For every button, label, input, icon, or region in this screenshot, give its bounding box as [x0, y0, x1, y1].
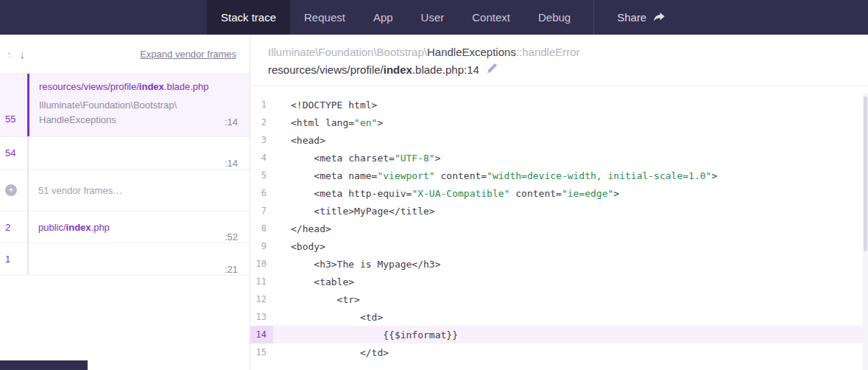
tab-request[interactable]: Request [290, 0, 359, 35]
line-content: </td> [273, 347, 389, 358]
open-in-editor-button[interactable] [487, 63, 498, 76]
frame-file-path: resources/views/profile/index.blade.php [39, 81, 238, 92]
frame-class-method: Illuminate\Foundation\Bootstrap\HandleEx… [268, 46, 850, 58]
line-number: 6 [250, 184, 273, 202]
frame-number: 2 [0, 212, 27, 242]
scrollbar-thumb[interactable] [864, 97, 867, 251]
code-line-11: 11 <table> [250, 273, 868, 290]
line-content: <head> [273, 135, 325, 146]
ignition-error-page: Stack trace Request App User Context Deb… [0, 0, 868, 370]
code-line-15: 15 </td> [250, 343, 868, 361]
code-scrollbar[interactable] [863, 94, 868, 370]
line-number: 5 [250, 167, 273, 184]
line-number: 8 [250, 220, 273, 237]
code-viewer-panel: Illuminate\Foundation\Bootstrap\HandleEx… [250, 35, 868, 370]
frame-number: 55 [0, 74, 27, 136]
line-content: <html lang="en"> [273, 117, 383, 128]
next-frame-arrow-icon[interactable]: ↓ [16, 48, 29, 60]
code-lines: 1<!DOCTYPE html>2<html lang="en">3<head>… [250, 86, 868, 370]
line-content: {{$informat}} [273, 329, 458, 341]
tab-app[interactable]: App [359, 0, 407, 35]
line-content: <meta charset="UTF-8"> [273, 153, 441, 164]
frame-number: 54 [0, 137, 27, 169]
frame-file-location: resources/views/profile/index.blade.php:… [268, 63, 850, 76]
frame-body: :14 [27, 137, 250, 169]
top-nav: Stack trace Request App User Context Deb… [0, 0, 868, 35]
line-number: 15 [250, 343, 273, 361]
share-label: Share [617, 11, 646, 24]
code-line-13: 13 <td> [250, 308, 868, 326]
file-path-text: resources/views/profile/index.blade.php:… [268, 63, 479, 76]
line-content: <title>MyPage</title> [273, 206, 435, 217]
code-line-7: 7 <title>MyPage</title> [250, 202, 868, 220]
frame-class-row: Illuminate\Foundation\Bootstrap\ HandleE… [39, 98, 238, 128]
line-number: 2 [250, 114, 273, 131]
frame-body: :21 [27, 243, 250, 275]
code-line-1: 1<!DOCTYPE html> [250, 96, 868, 114]
stack-frame-54[interactable]: 54 :14 [0, 137, 250, 170]
frame-details-header: Illuminate\Foundation\Bootstrap\HandleEx… [250, 35, 868, 86]
code-line-5: 5 <meta name="viewport" content="width=d… [250, 167, 868, 184]
code-line-12: 12 <tr> [250, 290, 868, 308]
line-content: <table> [273, 276, 354, 287]
line-content: <td> [273, 312, 383, 323]
line-content: <tr> [273, 294, 360, 305]
frame-line-ref: :52 [225, 231, 238, 242]
line-number: 1 [250, 96, 273, 114]
frame-class-name: Illuminate\Foundation\Bootstrap\ HandleE… [39, 98, 225, 128]
line-number: 3 [250, 131, 273, 149]
code-line-14: 14 {{$informat}} [250, 326, 868, 343]
line-number: 10 [250, 255, 273, 273]
line-content: <!DOCTYPE html> [273, 100, 377, 111]
expand-plus-icon[interactable]: + [5, 184, 17, 196]
frame-line-ref: :21 [225, 264, 238, 275]
frame-line-ref: :14 [225, 116, 238, 128]
stack-frame-55[interactable]: 55 resources/views/profile/index.blade.p… [0, 74, 250, 137]
line-content: <meta http-equiv="X-UA-Compatible" conte… [273, 188, 619, 199]
frame-body: resources/views/profile/index.blade.php … [27, 74, 250, 136]
code-line-8: 8</head> [250, 220, 868, 237]
code-line-2: 2<html lang="en"> [250, 114, 868, 131]
tab-context[interactable]: Context [458, 0, 524, 35]
vendor-frames-toggle[interactable]: + 51 vendor frames… [0, 170, 250, 212]
bottom-left-dark-strip [0, 360, 88, 370]
line-number: 13 [250, 308, 273, 326]
tab-user[interactable]: User [407, 0, 459, 35]
line-number: 14 [250, 326, 273, 343]
frame-body: public/index.php :52 [27, 212, 250, 242]
line-content: <h3>The is Mypage</h3> [273, 259, 441, 270]
expand-vendor-frames-link[interactable]: Expand vendor frames [140, 49, 236, 60]
line-number: 7 [250, 202, 273, 220]
tab-debug[interactable]: Debug [524, 0, 585, 35]
sidebar-header: ↑ ↓ Expand vendor frames [0, 35, 250, 74]
code-line-10: 10 <h3>The is Mypage</h3> [250, 255, 868, 273]
share-forward-arrow-icon [653, 13, 665, 22]
frame-number: 1 [0, 243, 27, 275]
nav-divider [593, 0, 594, 35]
frame-body: 51 vendor frames… [27, 170, 250, 211]
code-line-3: 3<head> [250, 131, 868, 149]
line-number: 11 [250, 273, 273, 290]
share-button[interactable]: Share [603, 0, 679, 35]
tab-stack-trace[interactable]: Stack trace [207, 0, 290, 35]
line-content: </head> [273, 223, 331, 234]
stack-trace-sidebar: ↑ ↓ Expand vendor frames 55 resources/vi… [0, 35, 250, 370]
line-number: 9 [250, 237, 273, 255]
code-line-9: 9<body> [250, 237, 868, 255]
code-line-4: 4 <meta charset="UTF-8"> [250, 149, 868, 167]
pencil-icon [487, 63, 498, 76]
line-content: <body> [273, 241, 325, 252]
vendor-frames-label: 51 vendor frames… [38, 185, 122, 196]
line-number: 12 [250, 290, 273, 308]
frame-line-ref: :14 [225, 158, 238, 169]
stack-frame-2[interactable]: 2 public/index.php :52 [0, 212, 250, 243]
code-line-6: 6 <meta http-equiv="X-UA-Compatible" con… [250, 184, 868, 202]
stack-frame-1[interactable]: 1 :21 [0, 243, 250, 276]
content-area: ↑ ↓ Expand vendor frames 55 resources/vi… [0, 35, 868, 370]
frame-file-path: public/index.php [38, 222, 110, 233]
line-content: <meta name="viewport" content="width=dev… [273, 170, 717, 181]
previous-frame-arrow-icon[interactable]: ↑ [3, 48, 16, 60]
frame-number: + [0, 170, 27, 211]
line-number: 4 [250, 149, 273, 167]
